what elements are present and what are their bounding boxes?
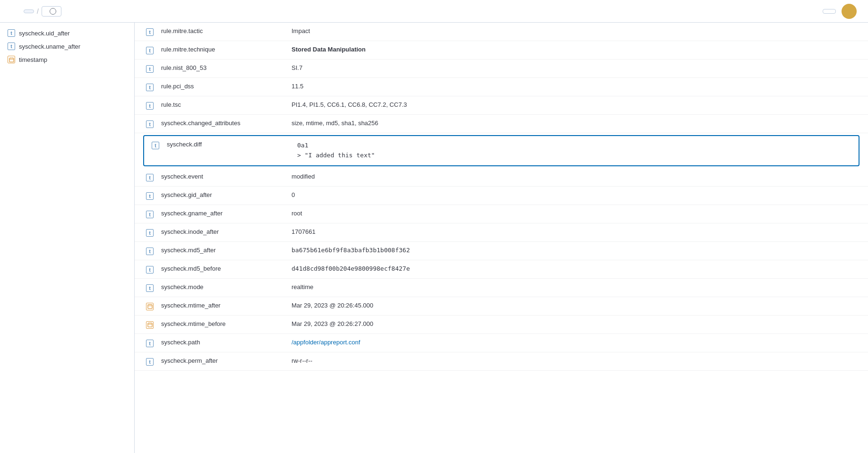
- text-type-icon: t: [146, 28, 154, 36]
- row-field-value: 0: [292, 191, 857, 198]
- row-field-name: rule.tsc: [161, 101, 284, 108]
- fields-table: trule.mitre.tacticImpacttrule.mitre.tech…: [135, 23, 868, 371]
- table-row: syscheck.mtime_beforeMar 29, 2023 @ 20:2…: [135, 316, 868, 334]
- row-field-value: PI1.4, PI1.5, CC6.1, CC6.8, CC7.2, CC7.3: [292, 101, 857, 108]
- row-field-value: Stored Data Manipulation: [292, 46, 857, 53]
- text-type-icon: t: [146, 248, 154, 255]
- top-nav: /: [0, 0, 868, 23]
- row-field-value: Impact: [292, 27, 857, 34]
- row-field-value: root: [292, 210, 857, 217]
- row-field-name: syscheck.event: [161, 173, 284, 180]
- field-type-text-icon: t: [8, 29, 15, 37]
- row-field-name: rule.nist_800_53: [161, 64, 284, 71]
- breadcrumb-active-module: [42, 6, 61, 17]
- info-icon[interactable]: [50, 8, 56, 15]
- content-area: trule.mitre.tacticImpacttrule.mitre.tech…: [135, 23, 868, 453]
- text-type-icon: t: [146, 340, 154, 347]
- text-type-icon: t: [146, 174, 154, 181]
- row-field-value: SI.7: [292, 64, 857, 71]
- svg-rect-0: [9, 58, 13, 61]
- row-field-name: syscheck.changed_attributes: [161, 120, 284, 127]
- text-type-icon: t: [146, 284, 154, 292]
- row-field-name: syscheck.mode: [161, 283, 284, 291]
- table-row: tsyscheck.changed_attributessize, mtime,…: [135, 115, 868, 133]
- table-row: syscheck.mtime_afterMar 29, 2023 @ 20:26…: [135, 297, 868, 316]
- text-type-icon: t: [146, 47, 154, 54]
- row-field-name: syscheck.mtime_after: [161, 302, 284, 309]
- breadcrumb: /: [24, 6, 61, 17]
- text-type-icon: t: [146, 65, 154, 73]
- table-row: tsyscheck.md5_afterba675b61e6bf9f8a3bafb…: [135, 242, 868, 260]
- row-field-name: syscheck.md5_after: [161, 247, 284, 254]
- text-type-icon: t: [152, 142, 159, 149]
- row-field-value: 1707661: [292, 228, 857, 235]
- text-type-icon: t: [146, 84, 154, 91]
- table-row: tsyscheck.gid_after0: [135, 187, 868, 205]
- row-field-name: syscheck.inode_after: [161, 228, 284, 235]
- table-row: tsyscheck.diff0a1> "I added this text": [143, 135, 859, 166]
- row-field-name: syscheck.mtime_before: [161, 320, 284, 327]
- table-row: tsyscheck.inode_after1707661: [135, 223, 868, 242]
- table-row: tsyscheck.moderealtime: [135, 279, 868, 297]
- row-field-value: Mar 29, 2023 @ 20:26:27.000: [292, 320, 857, 327]
- sidebar-item-uname-after[interactable]: t syscheck.uname_after: [0, 40, 134, 53]
- row-field-value: size, mtime, md5, sha1, sha256: [292, 120, 857, 127]
- row-field-value: d41d8cd98f00b204e9800998ecf8427e: [292, 265, 857, 272]
- table-row: tsyscheck.eventmodified: [135, 168, 868, 187]
- sidebar: t syscheck.uid_after t syscheck.uname_af…: [0, 23, 135, 453]
- svg-rect-8: [147, 323, 152, 327]
- row-field-name: syscheck.path: [161, 339, 284, 346]
- row-field-value: 11.5: [292, 83, 857, 90]
- sidebar-item-uid-after[interactable]: t syscheck.uid_after: [0, 26, 134, 40]
- row-field-name: syscheck.perm_after: [161, 357, 284, 364]
- sidebar-item-label: timestamp: [19, 56, 47, 63]
- nav-right: [817, 4, 862, 19]
- table-row: tsyscheck.path/appfolder/appreport.conf: [135, 334, 868, 352]
- index-pattern-select[interactable]: [823, 9, 836, 14]
- row-field-value: realtime: [292, 283, 857, 291]
- row-field-value[interactable]: /appfolder/appreport.conf: [292, 339, 857, 346]
- sidebar-item-timestamp[interactable]: timestamp: [0, 53, 134, 66]
- row-field-name: rule.pci_dss: [161, 83, 284, 90]
- table-row: trule.mitre.techniqueStored Data Manipul…: [135, 41, 868, 60]
- date-type-icon: [146, 321, 154, 329]
- row-field-name: rule.mitre.tactic: [161, 27, 284, 34]
- row-field-value: modified: [292, 173, 857, 180]
- row-field-value: ba675b61e6bf9f8a3bafb3b1b008f362: [292, 247, 857, 254]
- text-type-icon: t: [146, 102, 154, 110]
- date-type-icon: [146, 303, 154, 310]
- text-type-icon: t: [146, 211, 154, 218]
- row-field-value: rw-r--r--: [292, 357, 857, 364]
- table-row: trule.nist_800_53SI.7: [135, 60, 868, 78]
- text-type-icon: t: [146, 266, 154, 274]
- field-type-date-icon: [8, 56, 15, 63]
- text-type-icon: t: [146, 229, 154, 237]
- row-field-name: syscheck.gname_after: [161, 210, 284, 217]
- row-field-value: Mar 29, 2023 @ 20:26:45.000: [292, 302, 857, 309]
- sidebar-item-label: syscheck.uid_after: [19, 30, 70, 37]
- text-type-icon: t: [146, 192, 154, 200]
- main-layout: t syscheck.uid_after t syscheck.uname_af…: [0, 23, 868, 453]
- table-row: tsyscheck.perm_afterrw-r--r--: [135, 352, 868, 371]
- user-avatar[interactable]: [842, 4, 857, 19]
- field-type-text-icon: t: [8, 43, 15, 50]
- row-field-name: syscheck.md5_before: [161, 265, 284, 272]
- row-field-value: 0a1> "I added this text": [297, 141, 851, 161]
- row-field-name: syscheck.diff: [167, 141, 290, 148]
- table-row: trule.pci_dss11.5: [135, 78, 868, 96]
- text-type-icon: t: [146, 120, 154, 128]
- table-row: trule.mitre.tacticImpact: [135, 23, 868, 41]
- row-field-name: rule.mitre.technique: [161, 46, 284, 53]
- svg-rect-4: [147, 305, 152, 308]
- text-type-icon: t: [146, 358, 154, 366]
- breadcrumb-separator: /: [37, 8, 39, 15]
- breadcrumb-modules[interactable]: [24, 9, 34, 13]
- table-row: trule.tscPI1.4, PI1.5, CC6.1, CC6.8, CC7…: [135, 96, 868, 115]
- sidebar-item-label: syscheck.uname_after: [19, 43, 80, 50]
- row-field-name: syscheck.gid_after: [161, 191, 284, 198]
- table-row: tsyscheck.gname_afterroot: [135, 205, 868, 223]
- table-row: tsyscheck.md5_befored41d8cd98f00b204e980…: [135, 260, 868, 279]
